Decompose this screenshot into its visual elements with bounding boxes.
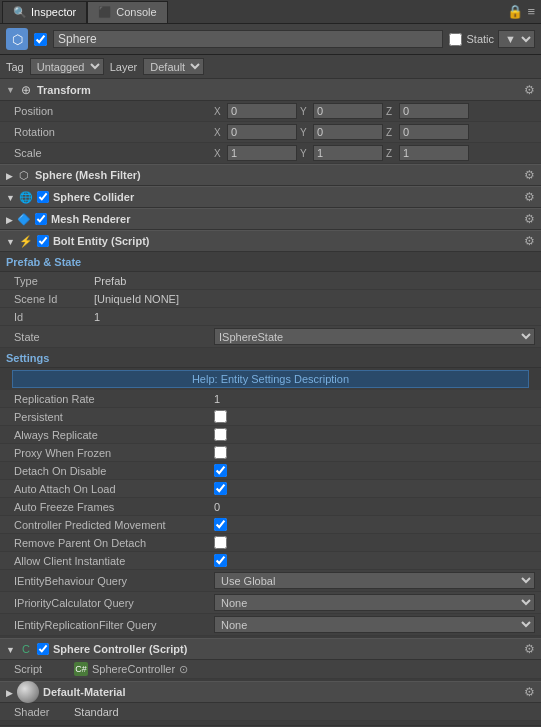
- sphere-controller-header: C Sphere Controller (Script) ⚙: [0, 638, 541, 660]
- scale-x-input[interactable]: [227, 145, 297, 161]
- scene-id-row: Scene Id [UniqueId NONE]: [0, 290, 541, 308]
- state-select[interactable]: ISphereState: [214, 328, 535, 345]
- sphere-collider-header: 🌐 Sphere Collider ⚙: [0, 186, 541, 208]
- material-header: Default-Material ⚙: [0, 681, 541, 703]
- auto-freeze-row: Auto Freeze Frames 0: [0, 498, 541, 516]
- bolt-entity-title: Bolt Entity (Script): [53, 235, 520, 247]
- script-dot-icon: ⊙: [179, 663, 188, 676]
- mesh-filter-gear[interactable]: ⚙: [524, 168, 535, 182]
- help-bar: Help: Entity Settings Description: [6, 370, 535, 388]
- settings-title: Settings: [6, 352, 49, 364]
- tab-console-label: Console: [116, 6, 156, 18]
- transform-icon: ⊕: [19, 83, 33, 97]
- proxy-when-frozen-row: Proxy When Frozen: [0, 444, 541, 462]
- replication-rate-row: Replication Rate 1: [0, 390, 541, 408]
- tag-select[interactable]: Untagged: [30, 58, 104, 75]
- bolt-entity-arrow[interactable]: [6, 235, 15, 247]
- object-icon: ⬡: [6, 28, 28, 50]
- sphere-collider-gear[interactable]: ⚙: [524, 190, 535, 204]
- scale-y-input[interactable]: [313, 145, 383, 161]
- script-row: Script C# SphereController ⊙: [0, 660, 541, 679]
- id-value: 1: [94, 311, 100, 323]
- material-arrow[interactable]: [6, 686, 13, 698]
- tag-layer-row: Tag Untagged Layer Default: [0, 55, 541, 79]
- mesh-renderer-header: 🔷 Mesh Renderer ⚙: [0, 208, 541, 230]
- lock-icon[interactable]: 🔒: [507, 4, 523, 19]
- rotation-y-input[interactable]: [313, 124, 383, 140]
- transform-header: ⊕ Transform ⚙: [0, 79, 541, 101]
- rotation-x-input[interactable]: [227, 124, 297, 140]
- id-row: Id 1: [0, 308, 541, 326]
- sphere-collider-arrow[interactable]: [6, 191, 15, 203]
- tag-label: Tag: [6, 61, 24, 73]
- always-replicate-row: Always Replicate: [0, 426, 541, 444]
- sphere-controller-gear[interactable]: ⚙: [524, 642, 535, 656]
- entity-behaviour-select[interactable]: Use Global: [214, 572, 535, 589]
- tab-inspector[interactable]: 🔍 Inspector: [2, 1, 87, 23]
- mesh-renderer-icon: 🔷: [17, 212, 31, 226]
- mesh-filter-arrow[interactable]: [6, 169, 13, 181]
- rotation-row: Rotation X Y Z: [0, 122, 541, 143]
- bolt-entity-checkbox[interactable]: [37, 235, 49, 247]
- auto-attach-checkbox[interactable]: [214, 482, 227, 495]
- sphere-collider-title: Sphere Collider: [53, 191, 520, 203]
- scale-z-input[interactable]: [399, 145, 469, 161]
- menu-icon[interactable]: ≡: [527, 4, 535, 19]
- always-replicate-checkbox[interactable]: [214, 428, 227, 441]
- allow-client-row: Allow Client Instantiate: [0, 552, 541, 570]
- sphere-controller-arrow[interactable]: [6, 643, 15, 655]
- material-sphere-icon: [17, 681, 39, 703]
- settings-header: Settings: [0, 348, 541, 368]
- layer-label: Layer: [110, 61, 138, 73]
- position-row: Position X Y Z: [0, 101, 541, 122]
- prefab-state-title: Prefab & State: [6, 256, 81, 268]
- object-name-input[interactable]: [53, 30, 443, 48]
- auto-freeze-value: 0: [214, 501, 220, 513]
- transform-gear[interactable]: ⚙: [524, 83, 535, 97]
- detach-on-disable-row: Detach On Disable: [0, 462, 541, 480]
- auto-attach-row: Auto Attach On Load: [0, 480, 541, 498]
- priority-calc-select[interactable]: None: [214, 594, 535, 611]
- entity-replication-select[interactable]: None: [214, 616, 535, 633]
- object-header: ⬡ Static ▼: [0, 24, 541, 55]
- position-z-input[interactable]: [399, 103, 469, 119]
- sphere-controller-checkbox[interactable]: [37, 643, 49, 655]
- object-enabled-checkbox[interactable]: [34, 33, 47, 46]
- bolt-entity-header: ⚡ Bolt Entity (Script) ⚙: [0, 230, 541, 252]
- mesh-filter-title: Sphere (Mesh Filter): [35, 169, 520, 181]
- sphere-collider-checkbox[interactable]: [37, 191, 49, 203]
- tab-console[interactable]: ⬛ Console: [87, 1, 167, 23]
- transform-title: Transform: [37, 84, 520, 96]
- static-dropdown[interactable]: ▼: [498, 30, 535, 48]
- mesh-renderer-checkbox[interactable]: [35, 213, 47, 225]
- state-row: State ISphereState: [0, 326, 541, 348]
- mesh-renderer-gear[interactable]: ⚙: [524, 212, 535, 226]
- rotation-z-input[interactable]: [399, 124, 469, 140]
- proxy-when-frozen-checkbox[interactable]: [214, 446, 227, 459]
- persistent-checkbox[interactable]: [214, 410, 227, 423]
- mesh-renderer-arrow[interactable]: [6, 213, 13, 225]
- sphere-controller-title: Sphere Controller (Script): [53, 643, 520, 655]
- tab-bar: 🔍 Inspector ⬛ Console 🔒 ≡: [0, 0, 541, 24]
- allow-client-checkbox[interactable]: [214, 554, 227, 567]
- bolt-entity-gear[interactable]: ⚙: [524, 234, 535, 248]
- static-checkbox[interactable]: [449, 33, 462, 46]
- remove-parent-row: Remove Parent On Detach: [0, 534, 541, 552]
- layer-select[interactable]: Default: [143, 58, 204, 75]
- transform-arrow[interactable]: [6, 84, 15, 95]
- script-icon: C#: [74, 662, 88, 676]
- replication-rate-value: 1: [214, 393, 220, 405]
- detach-on-disable-checkbox[interactable]: [214, 464, 227, 477]
- persistent-row: Persistent: [0, 408, 541, 426]
- remove-parent-checkbox[interactable]: [214, 536, 227, 549]
- sphere-collider-icon: 🌐: [19, 190, 33, 204]
- material-gear[interactable]: ⚙: [524, 685, 535, 699]
- mesh-filter-header: ⬡ Sphere (Mesh Filter) ⚙: [0, 164, 541, 186]
- position-y-input[interactable]: [313, 103, 383, 119]
- position-x-input[interactable]: [227, 103, 297, 119]
- tab-inspector-label: Inspector: [31, 6, 76, 18]
- scale-row: Scale X Y Z: [0, 143, 541, 164]
- entity-replication-row: IEntityReplicationFilter Query None: [0, 614, 541, 636]
- controller-predicted-checkbox[interactable]: [214, 518, 227, 531]
- mesh-renderer-title: Mesh Renderer: [51, 213, 520, 225]
